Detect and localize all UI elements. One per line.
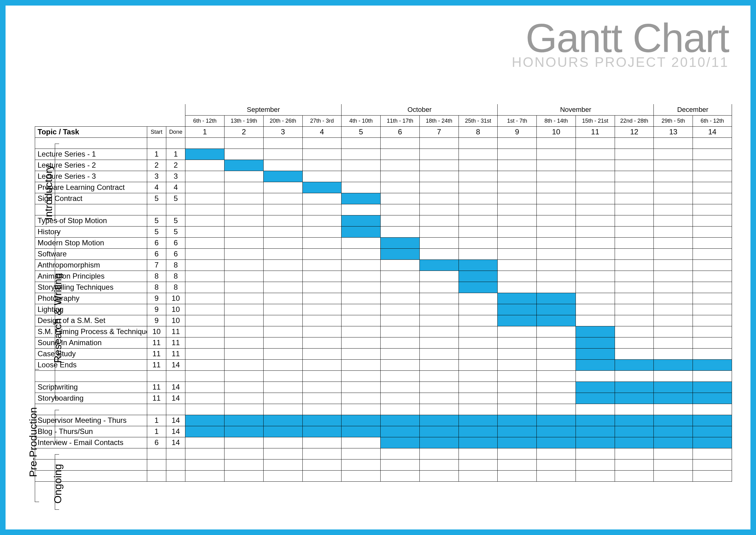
week-cell: [263, 270, 302, 282]
range-7: 18th - 24th: [419, 115, 459, 127]
page-frame: Gantt Chart HONOURS PROJECT 2010/11 Intr…: [0, 0, 756, 535]
week-cell: [341, 348, 381, 359]
range-10: 8th - 14th: [537, 115, 576, 127]
week-cell: [185, 337, 225, 348]
week-cell: [537, 337, 576, 348]
week-cell: [302, 348, 341, 359]
week-cell: [341, 270, 381, 282]
task-done: 10: [166, 304, 185, 315]
task-done: 11: [166, 337, 185, 348]
week-cell: [225, 171, 264, 182]
week-cell: [615, 260, 654, 270]
cell: [459, 370, 498, 381]
task-row: Anthropomorphism78: [35, 260, 732, 270]
week-cell: [459, 149, 498, 160]
week-cell: [537, 393, 576, 404]
week-cell: [537, 248, 576, 260]
week-cell: [654, 426, 693, 437]
spacer-row: [35, 459, 732, 470]
cell: [302, 448, 341, 459]
week-cell: [225, 270, 264, 282]
cell: [263, 470, 302, 481]
week-cell: [381, 270, 420, 282]
week-cell: [302, 437, 341, 448]
week-cell: [341, 326, 381, 337]
cell: [615, 204, 654, 215]
cell: [302, 459, 341, 470]
week-cell: [302, 359, 341, 370]
range-6: 11th - 17th: [381, 115, 420, 127]
title-block: Gantt Chart HONOURS PROJECT 2010/11: [512, 18, 729, 69]
task-start: 9: [147, 315, 166, 326]
week-cell: [381, 160, 420, 171]
cell: [381, 404, 420, 415]
cell: [381, 459, 420, 470]
week-cell: [419, 381, 459, 393]
task-start: 5: [147, 226, 166, 237]
week-cell: [419, 348, 459, 359]
week-cell: [498, 415, 537, 426]
week-cell: [263, 215, 302, 226]
week-cell: [537, 182, 576, 193]
cell: [615, 404, 654, 415]
cell: [35, 404, 147, 415]
cell: [419, 459, 459, 470]
cell: [498, 204, 537, 215]
week-cell: [654, 270, 693, 282]
week-cell: [615, 348, 654, 359]
header-topic: Topic / Task: [35, 127, 147, 137]
task-done: 5: [166, 215, 185, 226]
week-cell: [185, 415, 225, 426]
cell: [166, 459, 185, 470]
task-done: 11: [166, 348, 185, 359]
cell: [419, 204, 459, 215]
week-cell: [498, 215, 537, 226]
week-cell: [185, 193, 225, 204]
cell: [654, 448, 693, 459]
week-cell: [341, 260, 381, 270]
week-cell: [263, 193, 302, 204]
month-november: November: [498, 104, 654, 115]
week-cell: [615, 215, 654, 226]
cell: [302, 470, 341, 481]
week-cell: [654, 237, 693, 248]
week-cell: [341, 215, 381, 226]
cell: [35, 448, 147, 459]
cell: [302, 204, 341, 215]
cell: [263, 404, 302, 415]
task-name: Loose Ends: [35, 359, 147, 370]
week-cell: [263, 226, 302, 237]
week-cell: [537, 359, 576, 370]
weeknum-4: 4: [302, 127, 341, 137]
week-cell: [381, 215, 420, 226]
week-cell: [225, 304, 264, 315]
week-cell: [615, 415, 654, 426]
week-cell: [615, 182, 654, 193]
cell: [419, 370, 459, 381]
week-cell: [263, 415, 302, 426]
week-cell: [615, 171, 654, 182]
task-start: 10: [147, 326, 166, 337]
week-cell: [263, 348, 302, 359]
task-start: 11: [147, 359, 166, 370]
week-cell: [693, 193, 732, 204]
week-cell: [459, 270, 498, 282]
cell: [263, 459, 302, 470]
week-cell: [225, 182, 264, 193]
task-done: 8: [166, 260, 185, 270]
week-cell: [419, 160, 459, 171]
week-cell: [381, 248, 420, 260]
task-start: 5: [147, 193, 166, 204]
week-cell: [381, 415, 420, 426]
task-name: Anthropomorphism: [35, 260, 147, 270]
task-name: Interview - Email Contacts: [35, 437, 147, 448]
week-cell: [498, 326, 537, 337]
week-cell: [537, 149, 576, 160]
cell: [185, 204, 225, 215]
week-cell: [576, 248, 615, 260]
task-done: 5: [166, 226, 185, 237]
week-cell: [302, 182, 341, 193]
week-cell: [185, 215, 225, 226]
cell: [693, 459, 732, 470]
week-cell: [615, 304, 654, 315]
